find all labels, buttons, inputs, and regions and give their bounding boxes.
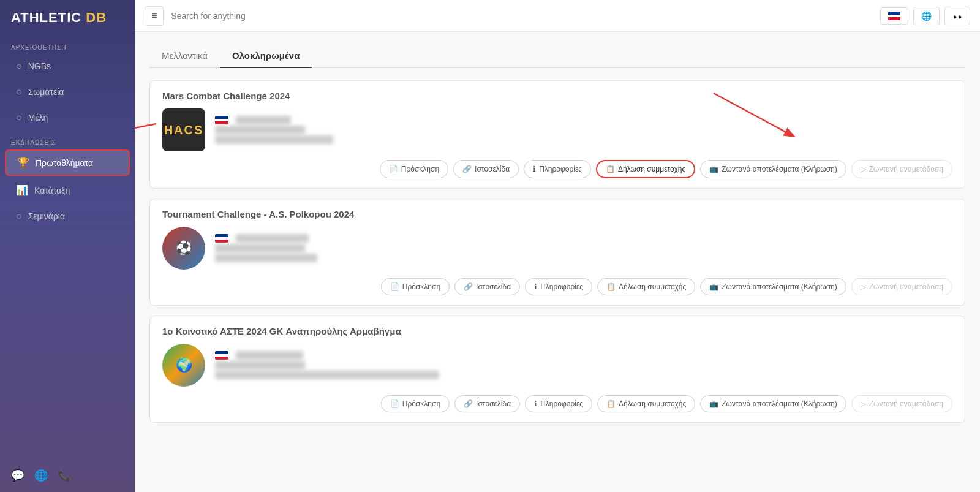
katataxis-icon: 📊 — [16, 184, 28, 196]
zwntana-label-3: Ζωντανά αποτελέσματα (Κλήρωση) — [722, 399, 837, 408]
istoseli-label-3: Ιστοσελίδα — [476, 399, 511, 408]
prosklisi-icon-3: 📄 — [390, 399, 399, 408]
event-date-text-3: 09.03.2024 έως 10.03.2024 — [215, 361, 305, 369]
prosklisi-icon-2: 📄 — [390, 282, 399, 291]
zwntana-label-1: Ζωντανά αποτελέσματα (Κλήρωση) — [722, 165, 837, 173]
event-info-3: Greece / Πανελλήνιο 09.03.2024 έως 10.03… — [215, 350, 952, 380]
prosklisi-label-2: Πρόσκληση — [402, 282, 440, 291]
content-area: Μελλοντικά Ολοκληρωμένα Mars Combat Chal… — [135, 32, 980, 492]
plirofories-icon-3: ℹ — [534, 399, 537, 408]
event-body-3: 🌍 Greece / Πανελλήνιο 09.03.2024 έως 10.… — [162, 344, 952, 387]
event-card-2: Tournament Challenge - A.S. Polkopou 202… — [149, 199, 965, 306]
main-content: ≡ 🌐 ⬧⬧ Μελλοντικά Ολοκληρωμένα Mars Comb… — [135, 0, 980, 492]
zwntana-btn-2[interactable]: 📺 Ζωντανά αποτελέσματα (Κλήρωση) — [700, 278, 846, 295]
sidebar-item-protathlimata[interactable]: 🏆 Πρωταθλήματα — [5, 149, 130, 176]
zwntana-icon-2: 📺 — [709, 282, 718, 291]
event-organizer-1: Αναμετρητής: A.C. 1000000 NHAPS — [215, 135, 952, 144]
event-country-text-2: Greece / Πρωτάθλημα — [236, 234, 309, 243]
zwntana-btn-3[interactable]: 📺 Ζωντανά αποτελέσματα (Κλήρωση) — [700, 395, 846, 412]
dilosi-label-3: Δήλωση συμμετοχής — [619, 399, 686, 408]
event-date-2: 31.05.2024 έως 31.05.2024 — [215, 244, 952, 252]
event-title-3: 1ο Κοινοτικό ΑΣΤΕ 2024 GK Αναπηρούλης Αρ… — [162, 326, 952, 336]
event-logo-1: HACS — [162, 108, 205, 151]
event-logo-3: 🌍 — [162, 344, 205, 387]
header-actions: 🌐 ⬧⬧ — [880, 7, 970, 25]
event-actions-2: 📄 Πρόσκληση 🔗 Ιστοσελίδα ℹ Πληροφορίες 📋… — [162, 278, 952, 295]
sidebar-item-ngbs[interactable]: ○ NGBs — [5, 55, 130, 78]
event-date-3: 09.03.2024 έως 10.03.2024 — [215, 361, 952, 369]
event-logo-2: ⚽ — [162, 227, 205, 270]
section-label-archivio: ΑΡΧΕΙΟΘΕΤΗΣΗ — [0, 36, 135, 53]
zwntana-icon-3: 📺 — [709, 399, 718, 408]
plirofories-btn-2[interactable]: ℹ Πληροφορίες — [525, 278, 592, 295]
plirofories-btn-1[interactable]: ℹ Πληροφορίες — [524, 160, 591, 178]
zwntani-icon-2: ▷ — [861, 282, 866, 291]
event-organizer-text-2: Αναμετρητής: A.C. POLKOPAD — [215, 254, 317, 262]
svg-line-0 — [135, 124, 156, 148]
sidebar-item-swmateio[interactable]: ○ Σωματεία — [5, 80, 130, 104]
event-title-1: Mars Combat Challenge 2024 — [162, 91, 952, 101]
istoseli-btn-2[interactable]: 🔗 Ιστοσελίδα — [454, 278, 520, 295]
event-organizer-2: Αναμετρητής: A.C. POLKOPAD — [215, 254, 952, 262]
ngbs-icon: ○ — [16, 61, 22, 72]
dilosi-btn-3[interactable]: 📋 Δήλωση συμμετοχής — [597, 395, 695, 412]
event-body-1: HACS Greece / Ελλάδα 30.05.2024 έως 30.0… — [162, 108, 952, 151]
globe-icon[interactable]: 🌐 — [34, 469, 48, 482]
zwntana-btn-1[interactable]: 📺 Ζωντανά αποτελέσματα (Κλήρωση) — [700, 160, 846, 178]
meli-icon: ○ — [16, 112, 22, 123]
menu-button[interactable]: ≡ — [145, 6, 164, 26]
chat-icon[interactable]: 💬 — [11, 469, 24, 482]
swmateio-icon: ○ — [16, 86, 22, 97]
seminaria-icon: ○ — [16, 211, 22, 222]
istoseli-btn-3[interactable]: 🔗 Ιστοσελίδα — [454, 395, 520, 412]
header: ≡ 🌐 ⬧⬧ — [135, 0, 980, 32]
plirofories-btn-3[interactable]: ℹ Πληροφορίες — [525, 395, 592, 412]
event-country-text-1: Greece / Ελλάδα — [236, 116, 291, 124]
prosklisi-btn-2[interactable]: 📄 Πρόσκληση — [381, 278, 450, 295]
search-input[interactable] — [171, 11, 873, 21]
tabs: Μελλοντικά Ολοκληρωμένα — [149, 44, 965, 68]
zwntani-btn-1[interactable]: ▷ Ζωντανή αναμετάδοση — [851, 160, 952, 178]
event-actions-1: 📄 Πρόσκληση 🔗 Ιστοσελίδα ℹ Πληροφορίες 📋… — [162, 160, 952, 178]
prosklisi-btn-3[interactable]: 📄 Πρόσκληση — [381, 395, 450, 412]
plirofories-label-1: Πληροφορίες — [539, 165, 582, 173]
istoseli-icon-3: 🔗 — [464, 399, 473, 408]
sidebar-item-meli[interactable]: ○ Μέλη — [5, 106, 130, 129]
prosklisi-btn-1[interactable]: 📄 Πρόσκληση — [380, 160, 448, 178]
sidebar-item-seminaria[interactable]: ○ Σεμινάρια — [5, 205, 130, 228]
event-date-text-1: 30.05.2024 έως 30.05.2024 — [215, 126, 305, 134]
tab-olokliromena[interactable]: Ολοκληρωμένα — [220, 44, 312, 68]
prosklisi-label-3: Πρόσκληση — [402, 399, 440, 408]
dilosi-icon-2: 📋 — [606, 282, 616, 291]
zwntani-icon-1: ▷ — [861, 165, 866, 173]
globe-button[interactable]: 🌐 — [913, 7, 940, 25]
annotation-arrow-sidebar — [135, 118, 162, 154]
event-flag-3 — [215, 351, 228, 360]
event-organizer-3: Αναμετρητής: ATHLETIC TAEKWON-DO FEDERAT… — [215, 371, 952, 379]
protathlimata-icon: 🏆 — [17, 157, 29, 168]
language-button[interactable] — [880, 7, 908, 25]
dilosi-label-2: Δήλωση συμμετοχής — [619, 282, 686, 291]
event-date-text-2: 31.05.2024 έως 31.05.2024 — [215, 244, 305, 252]
istoseli-btn-1[interactable]: 🔗 Ιστοσελίδα — [453, 160, 519, 178]
dilosi-btn-2[interactable]: 📋 Δήλωση συμμετοχής — [597, 278, 695, 295]
event-organizer-text-3: Αναμετρητής: ATHLETIC TAEKWON-DO FEDERAT… — [215, 371, 439, 379]
flag-icon — [888, 12, 900, 20]
sidebar-item-label: Σωματεία — [28, 87, 64, 97]
zwntani-btn-2[interactable]: ▷ Ζωντανή αναμετάδοση — [851, 278, 952, 295]
zwntana-icon-1: 📺 — [709, 165, 718, 173]
sidebar-bottom: 💬 🌐 📞 — [0, 459, 135, 492]
settings-button[interactable]: ⬧⬧ — [944, 7, 970, 25]
event-body-2: ⚽ Greece / Πρωτάθλημα 31.05.2024 έως 31.… — [162, 227, 952, 270]
prosklisi-label-1: Πρόσκληση — [401, 165, 439, 173]
event-country-2: Greece / Πρωτάθλημα — [215, 234, 952, 243]
istoseli-label-2: Ιστοσελίδα — [476, 282, 511, 291]
app-logo: ATHLETIC DB — [0, 0, 135, 36]
sidebar-item-katataxis[interactable]: 📊 Κατάταξη — [5, 178, 130, 202]
dilosi-icon-3: 📋 — [606, 399, 616, 408]
globe-icon: 🌐 — [921, 11, 932, 21]
phone-icon[interactable]: 📞 — [58, 469, 71, 482]
dilosi-btn-1[interactable]: 📋 Δήλωση συμμετοχής — [596, 160, 695, 178]
zwntani-btn-3[interactable]: ▷ Ζωντανή αναμετάδοση — [851, 395, 952, 412]
tab-mellontika[interactable]: Μελλοντικά — [149, 44, 220, 68]
